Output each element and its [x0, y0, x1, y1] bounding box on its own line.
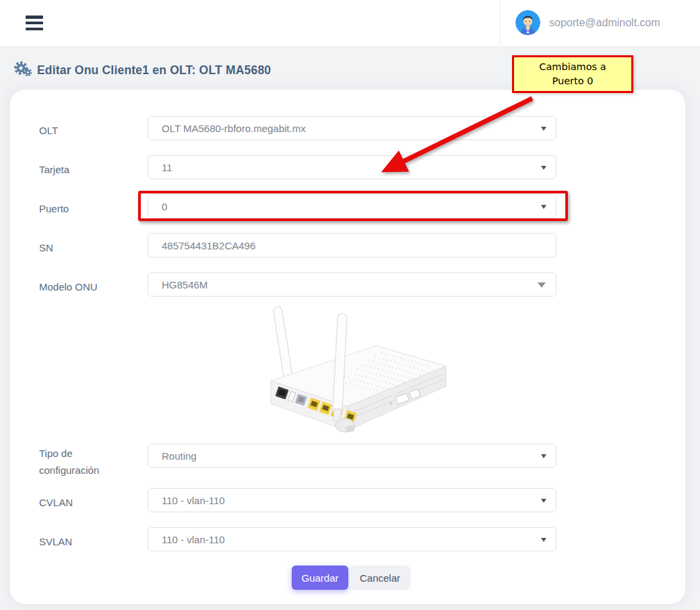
user-avatar [515, 10, 540, 35]
top-bar: soporte@adminolt.com [0, 0, 700, 46]
sn-input[interactable] [148, 233, 556, 257]
puerto-label: Puerto [39, 200, 130, 217]
modelo-onu-label: Modelo ONU [39, 278, 130, 295]
olt-label: OLT [39, 122, 130, 139]
tipo-configuracion-select[interactable]: Routing [148, 444, 556, 468]
sn-label: SN [39, 239, 130, 256]
user-menu[interactable]: soporte@adminolt.com [500, 0, 686, 45]
chevron-down-icon [541, 499, 546, 503]
edit-onu-form-card: OLT OLT MA5680-rbforo.megabit.mx Tarjeta… [10, 90, 685, 604]
hamburger-menu-icon[interactable] [26, 16, 43, 30]
olt-select[interactable]: OLT MA5680-rbforo.megabit.mx [148, 116, 556, 140]
chevron-down-icon [541, 454, 546, 458]
tarjeta-label: Tarjeta [39, 161, 130, 178]
cogs-icon [13, 61, 32, 80]
cvlan-label: CVLAN [39, 494, 130, 511]
user-email: soporte@adminolt.com [549, 17, 660, 29]
page-title: Editar Onu Cliente1 en OLT: OLT MA5680 [37, 63, 271, 78]
chevron-down-icon [541, 127, 546, 131]
tarjeta-select[interactable]: 11 [148, 155, 556, 179]
svlan-label: SVLAN [39, 533, 130, 550]
svlan-select[interactable]: 110 - vlan-110 [148, 527, 556, 551]
chevron-down-icon [541, 166, 546, 170]
puerto-select[interactable]: 0 [148, 194, 556, 218]
tipo-configuracion-label: Tipo de configuración [39, 445, 130, 479]
cvlan-select[interactable]: 110 - vlan-110 [148, 488, 556, 512]
cancel-button[interactable]: Cancelar [350, 566, 410, 590]
annotation-callout: Cambiamos a Puerto 0 [512, 55, 633, 93]
onu-product-image [243, 299, 458, 441]
chevron-down-icon [538, 282, 546, 288]
chevron-down-icon [541, 538, 546, 542]
modelo-onu-select[interactable]: HG8546M [148, 272, 556, 297]
save-button[interactable]: Guardar [292, 566, 348, 590]
chevron-down-icon [541, 205, 546, 209]
